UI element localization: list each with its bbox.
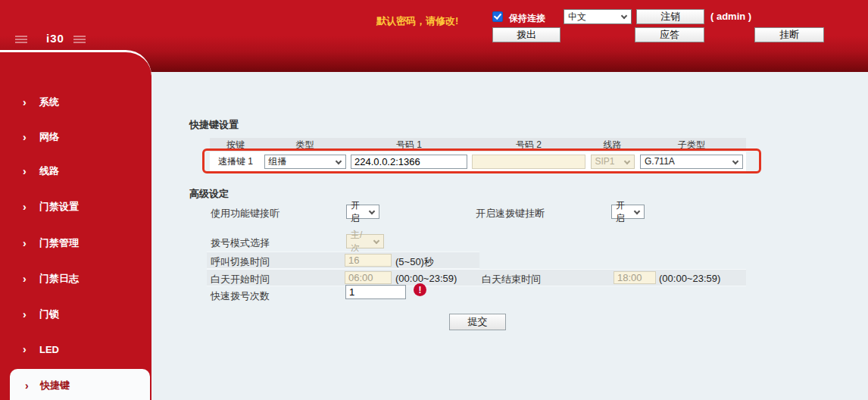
col-header-number2: 号码 2 xyxy=(470,139,588,152)
language-selected-value: 中文 xyxy=(568,11,586,23)
chevron-down-icon xyxy=(623,158,629,164)
sidebar-item-label: 快捷键 xyxy=(40,379,70,392)
speeddial-hangup-select[interactable]: 开启 xyxy=(611,205,645,219)
key-type-select[interactable]: 组播 xyxy=(264,155,346,169)
call-switch-label: 呼叫切换时间 xyxy=(211,255,270,269)
sidebar-item-label: 门禁管理 xyxy=(39,236,79,250)
shortcut-table-row: 速播键 1 组播 SIP1 G.711A xyxy=(210,152,746,171)
default-password-warning: 默认密码，请修改! xyxy=(376,14,458,28)
number1-input[interactable] xyxy=(351,155,467,169)
hangup-button[interactable]: 挂断 xyxy=(754,27,824,42)
warning-icon: ! xyxy=(414,283,426,296)
speeddial-hangup-value: 开启 xyxy=(616,199,632,225)
line-select[interactable]: SIP1 xyxy=(591,155,635,169)
sidebar-item-network[interactable]: › 网络 xyxy=(0,130,151,145)
speed-dial-count-input[interactable] xyxy=(345,285,406,299)
col-header-subtype: 子类型 xyxy=(637,139,746,152)
sidebar-item-label: LED xyxy=(39,344,59,355)
sidebar-item-label: 门锁 xyxy=(39,308,59,321)
sidebar-item-access-settings[interactable]: › 门禁设置 xyxy=(0,199,151,214)
checkmark-icon xyxy=(494,11,501,20)
shortcut-table-header: 按键 类型 号码 1 号码 2 线路 子类型 xyxy=(210,138,746,152)
sidebar-nav: › 系统 › 网络 › 线路 › 门禁设置 › 门禁管理 › 门禁日志 › 门锁… xyxy=(0,50,151,400)
sidebar-item-access-log[interactable]: › 门禁日志 xyxy=(0,271,151,286)
sidebar-item-led[interactable]: › LED xyxy=(0,342,151,357)
day-end-range: (00:00~23:59) xyxy=(659,273,720,284)
sidebar-item-label: 系统 xyxy=(39,95,59,109)
key-type-selected-value: 组播 xyxy=(269,155,287,168)
line-selected-value: SIP1 xyxy=(595,156,615,167)
chevron-right-icon: › xyxy=(23,131,39,143)
col-header-key: 按键 xyxy=(210,139,261,152)
day-end-label: 白天结束时间 xyxy=(482,273,541,286)
chevron-right-icon: › xyxy=(23,308,39,320)
col-header-line: 线路 xyxy=(588,139,637,152)
hamburger-icon-left xyxy=(15,39,27,40)
chevron-right-icon: › xyxy=(23,165,39,177)
chevron-down-icon xyxy=(621,13,627,19)
call-switch-input[interactable] xyxy=(345,254,392,267)
sidebar-item-shortcut-keys-active[interactable]: › 快捷键 xyxy=(10,369,150,400)
shortcut-settings-title: 快捷键设置 xyxy=(189,118,239,132)
chevron-right-icon: › xyxy=(23,237,39,249)
keep-alive-label: 保持连接 xyxy=(509,12,545,25)
sidebar-item-system[interactable]: › 系统 xyxy=(0,95,151,110)
day-start-range: (00:00~23:59) xyxy=(395,273,457,284)
answer-button[interactable]: 应答 xyxy=(635,27,704,42)
answer-by-funckey-select[interactable]: 开启 xyxy=(346,205,379,219)
sidebar-item-label: 网络 xyxy=(39,130,59,144)
logged-in-user: ( admin ) xyxy=(710,11,751,22)
submit-button[interactable]: 提交 xyxy=(449,314,506,330)
speed-dial-key-label: 速播键 1 xyxy=(210,155,261,168)
subtype-selected-value: G.711A xyxy=(645,156,675,167)
advanced-settings-title: 高级设定 xyxy=(189,187,229,201)
dial-out-button[interactable]: 拨出 xyxy=(492,27,560,42)
col-header-number1: 号码 1 xyxy=(348,139,470,152)
chevron-down-icon xyxy=(732,158,738,164)
warning-mark: ! xyxy=(419,285,422,295)
sidebar-item-line[interactable]: › 线路 xyxy=(0,164,151,179)
speed-dial-count-label: 快速拨号次数 xyxy=(211,289,270,303)
chevron-down-icon xyxy=(369,208,375,214)
chevron-right-icon: › xyxy=(23,201,39,213)
chevron-down-icon xyxy=(373,238,379,244)
day-start-label: 白天开始时间 xyxy=(211,273,270,286)
sidebar-item-access-management[interactable]: › 门禁管理 xyxy=(0,236,151,251)
dial-mode-label: 拨号模式选择 xyxy=(211,236,270,250)
subtype-select[interactable]: G.711A xyxy=(640,155,743,169)
logout-button[interactable]: 注销 xyxy=(636,9,704,24)
chevron-right-icon: › xyxy=(23,343,39,355)
sidebar-item-label: 门禁设置 xyxy=(39,200,79,214)
device-logo: i30 xyxy=(38,32,73,45)
answer-by-funckey-label: 使用功能键接听 xyxy=(211,207,279,220)
chevron-right-icon: › xyxy=(25,380,40,392)
day-end-input[interactable] xyxy=(614,271,656,284)
chevron-right-icon: › xyxy=(23,273,39,285)
hamburger-icon-right xyxy=(73,39,86,40)
sidebar-item-door-lock[interactable]: › 门锁 xyxy=(0,307,151,322)
answer-by-funckey-value: 开启 xyxy=(351,199,367,225)
speeddial-hangup-label: 开启速拨键挂断 xyxy=(476,207,545,220)
chevron-down-icon xyxy=(634,208,640,214)
language-select[interactable]: 中文 xyxy=(564,9,632,24)
day-start-input[interactable] xyxy=(345,271,392,284)
number2-input[interactable] xyxy=(472,155,585,169)
app-window: i30 默认密码，请修改! 保持连接 中文 注销 ( admin ) 拨出 应答… xyxy=(0,0,868,400)
dial-mode-value: 主/次 xyxy=(351,229,371,255)
call-switch-range: (5~50)秒 xyxy=(395,255,434,269)
sidebar-item-label: 线路 xyxy=(39,164,59,178)
chevron-down-icon xyxy=(335,158,341,164)
dial-mode-select[interactable]: 主/次 xyxy=(346,234,384,248)
keep-alive-checkbox[interactable] xyxy=(492,11,503,22)
col-header-type: 类型 xyxy=(261,139,348,152)
chevron-right-icon: › xyxy=(23,96,39,108)
sidebar-item-label: 门禁日志 xyxy=(39,272,79,286)
